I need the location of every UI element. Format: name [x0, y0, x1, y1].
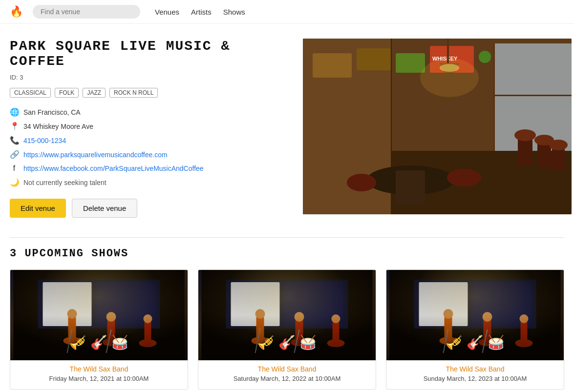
venue-image: WHISKEY	[303, 39, 572, 214]
svg-point-55	[327, 339, 345, 347]
svg-rect-28	[14, 270, 185, 360]
svg-rect-53	[296, 319, 303, 344]
svg-point-52	[291, 338, 308, 346]
svg-point-68	[479, 338, 496, 346]
svg-rect-60	[390, 270, 561, 360]
nav-artists[interactable]: Artists	[191, 8, 212, 16]
venue-detail: PARK SQUARE LIVE MUSIC & COFFEE ID: 3 CL…	[10, 39, 564, 218]
genre-tags: CLASSICAL FOLK JAZZ ROCK N ROLL	[10, 88, 283, 98]
genre-tag-classical: CLASSICAL	[10, 88, 51, 98]
svg-line-42	[67, 329, 72, 353]
show-card-image-3	[386, 270, 564, 360]
nav-venues[interactable]: Venues	[155, 8, 179, 16]
venue-city: San Francisco, CA	[23, 108, 81, 116]
show-card-body-1: The Wild Sax Band Friday March, 12, 2021…	[10, 360, 188, 389]
svg-point-73	[520, 314, 529, 323]
show-card-1: The Wild Sax Band Friday March, 12, 2021…	[10, 269, 188, 390]
venue-website-link[interactable]: https://www.parksquarelivemusicandcoffee…	[23, 151, 168, 159]
svg-rect-64	[473, 282, 531, 326]
edit-venue-button[interactable]: Edit venue	[10, 199, 66, 218]
link-icon: 🔗	[10, 150, 19, 159]
svg-rect-5	[493, 43, 495, 151]
shows-section: 3 UPCOMING SHOWS	[10, 237, 564, 390]
search-input[interactable]	[33, 5, 140, 19]
genre-tag-jazz: JAZZ	[83, 88, 106, 98]
svg-line-75	[483, 330, 488, 353]
main-content: PARK SQUARE LIVE MUSIC & COFFEE ID: 3 CL…	[0, 24, 574, 392]
svg-point-27	[440, 64, 459, 72]
svg-rect-25	[447, 39, 449, 63]
svg-point-70	[483, 312, 492, 322]
venue-title: PARK SQUARE LIVE MUSIC & COFFEE	[10, 39, 283, 69]
venue-city-row: 🌐 San Francisco, CA	[10, 107, 283, 117]
svg-point-33	[64, 337, 81, 345]
show-card-3: The Wild Sax Band Sunday March, 12, 2023…	[386, 269, 564, 390]
svg-rect-29	[14, 270, 185, 360]
show-band-name-2: The Wild Sax Band	[202, 365, 372, 373]
svg-point-19	[514, 129, 536, 141]
svg-rect-15	[396, 170, 425, 205]
svg-point-41	[144, 314, 152, 323]
svg-rect-8	[313, 53, 352, 78]
svg-point-67	[444, 309, 453, 319]
show-card-2: The Wild Sax Band Saturday March, 12, 20…	[198, 269, 376, 390]
svg-rect-61	[390, 270, 561, 360]
venue-details-list: 🌐 San Francisco, CA 📍 34 Whiskey Moore A…	[10, 107, 283, 187]
venue-facebook-link[interactable]: https://www.facebook.com/ParkSquareLiveM…	[23, 165, 204, 172]
svg-point-39	[139, 339, 157, 347]
venue-id: ID: 3	[10, 74, 283, 81]
genre-tag-folk: FOLK	[55, 88, 79, 98]
facebook-icon: f	[10, 164, 19, 173]
svg-rect-46	[226, 280, 348, 329]
main-nav: Venues Artists Shows	[155, 8, 245, 16]
svg-point-35	[67, 309, 77, 319]
svg-line-58	[255, 329, 260, 353]
svg-rect-13	[479, 51, 491, 63]
svg-rect-9	[357, 48, 391, 70]
svg-point-65	[440, 337, 457, 345]
show-card-image-1	[10, 270, 188, 360]
svg-rect-31	[43, 282, 92, 326]
venue-image-container: WHISKEY	[303, 39, 572, 218]
phone-icon: 📞	[10, 136, 19, 145]
svg-rect-10	[396, 53, 425, 73]
svg-line-59	[295, 330, 299, 353]
svg-rect-62	[414, 280, 536, 329]
venue-facebook-row: f https://www.facebook.com/ParkSquareLiv…	[10, 164, 283, 173]
show-band-name-1: The Wild Sax Band	[14, 365, 184, 373]
svg-rect-72	[521, 321, 528, 346]
svg-point-54	[295, 312, 304, 322]
svg-point-71	[515, 339, 533, 347]
svg-rect-37	[107, 319, 115, 344]
svg-rect-63	[419, 282, 468, 326]
venue-seeking-row: 🌙 Not currently seeking talent	[10, 178, 283, 187]
svg-rect-66	[445, 316, 452, 343]
svg-line-43	[106, 330, 111, 353]
venue-seeking-text: Not currently seeking talent	[23, 179, 106, 186]
svg-rect-40	[145, 321, 151, 346]
show-band-name-3: The Wild Sax Band	[390, 365, 560, 373]
svg-rect-47	[231, 282, 280, 326]
venue-website-row: 🔗 https://www.parksquarelivemusicandcoff…	[10, 150, 283, 159]
show-date-2: Saturday March, 12, 2022 at 10:00AM	[202, 375, 372, 382]
show-card-image-2	[198, 270, 376, 360]
show-card-body-2: The Wild Sax Band Saturday March, 12, 20…	[198, 360, 376, 389]
moon-icon: 🌙	[10, 178, 19, 187]
globe-icon: 🌐	[10, 107, 19, 117]
shows-grid: The Wild Sax Band Friday March, 12, 2021…	[10, 269, 564, 390]
nav-shows[interactable]: Shows	[223, 8, 245, 16]
svg-point-16	[347, 174, 376, 191]
venue-phone-link[interactable]: 415-000-1234	[23, 137, 66, 144]
pin-icon: 📍	[10, 122, 19, 131]
svg-point-51	[255, 309, 265, 319]
svg-rect-69	[484, 319, 491, 344]
venue-phone-row: 📞 415-000-1234	[10, 136, 283, 145]
svg-rect-7	[493, 95, 572, 96]
delete-venue-button[interactable]: Delete venue	[72, 199, 137, 218]
svg-line-74	[444, 329, 448, 353]
svg-rect-44	[202, 270, 373, 360]
svg-rect-50	[256, 316, 264, 343]
header: 🔥 Venues Artists Shows	[0, 0, 574, 24]
show-card-body-3: The Wild Sax Band Sunday March, 12, 2023…	[386, 360, 564, 389]
show-date-3: Sunday March, 12, 2023 at 10:00AM	[390, 375, 560, 382]
